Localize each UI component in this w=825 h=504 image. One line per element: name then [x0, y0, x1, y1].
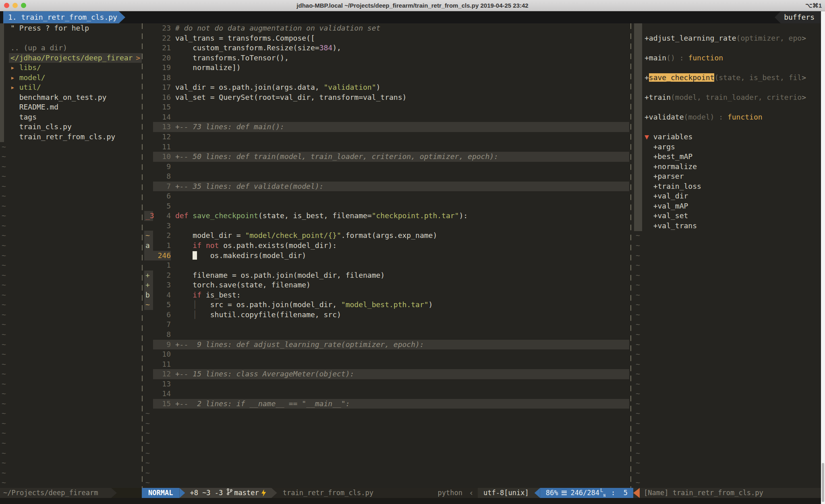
editor-line[interactable]: _34def save_checkpoint(state, is_best, f…: [144, 211, 629, 221]
editor-line[interactable]: 6: [144, 191, 629, 201]
tree-item-file[interactable]: benchmark_on_test.py: [0, 93, 142, 103]
tag-row[interactable]: +validate(model) : function: [633, 112, 821, 122]
folded-region[interactable]: 9+-- 9 lines: def adjust_learning_rate(o…: [144, 340, 629, 350]
empty-line: ~: [633, 330, 821, 340]
editor-line[interactable]: ~5 │ src = os.path.join(model_dir, "mode…: [144, 300, 629, 310]
empty-line: ~: [633, 399, 821, 409]
line-content: [171, 73, 629, 83]
editor-line[interactable]: 13: [144, 379, 629, 389]
editor-line[interactable]: 19 normalize]): [144, 63, 629, 73]
folded-region[interactable]: 13+-- 73 lines: def main():: [144, 122, 629, 132]
editor-line[interactable]: 5: [144, 201, 629, 211]
editor-line[interactable]: 22val_trans = transforms.Compose([: [144, 33, 629, 43]
tab-active[interactable]: 1. train_retr_from_cls.py: [3, 11, 125, 23]
tag-row[interactable]: ▼ variables: [633, 132, 821, 142]
line-content: model_dir = "model/check_point/{}".forma…: [171, 231, 629, 241]
vertical-split-right[interactable]: [630, 23, 631, 488]
tag-row[interactable]: +main() : function: [633, 53, 821, 63]
folded-region[interactable]: 12+-- 15 lines: class AverageMeter(objec…: [144, 369, 629, 379]
editor-line[interactable]: 12: [144, 132, 629, 142]
editor-line[interactable]: 6 │ shutil.copyfile(filename, src): [144, 310, 629, 320]
editor-line[interactable]: a1 if not os.path.exists(model_dir):: [144, 241, 629, 251]
editor-line[interactable]: 18: [144, 73, 629, 83]
editor-line[interactable]: b4 if is_best:: [144, 290, 629, 300]
editor-line[interactable]: 8: [144, 171, 629, 182]
empty-line: ~: [0, 162, 142, 172]
tree-root-dir[interactable]: </jdhao/Projects/deep_firear>: [9, 53, 142, 63]
folded-region[interactable]: 7+-- 35 lines: def validate(model):: [144, 182, 629, 192]
line-content: [171, 112, 629, 122]
tag-row[interactable]: +train(model, train_loader, criterio>: [633, 93, 821, 103]
editor-line[interactable]: 1: [144, 260, 629, 271]
empty-line: ~: [144, 448, 629, 459]
scrollbar-track[interactable]: [821, 11, 825, 504]
tag-row[interactable]: +val_mAP: [633, 201, 821, 211]
tree-item-dir[interactable]: ▸ model/: [0, 73, 142, 83]
line-number: 14: [153, 112, 171, 122]
tag-row[interactable]: +train_loss: [633, 182, 821, 192]
empty-line: ~: [633, 478, 821, 488]
editor-line[interactable]: 23# do not do data augmentation on valid…: [144, 23, 629, 33]
tree-item-dir[interactable]: ▸ libs/: [0, 63, 142, 73]
editor-line[interactable]: 21 custom_transform.Resize(size=384),: [144, 43, 629, 53]
vertical-split-left[interactable]: [142, 23, 143, 488]
tree-item-file[interactable]: train_cls.py: [0, 122, 142, 132]
editor-line[interactable]: 14: [144, 389, 629, 399]
editor-line[interactable]: 8: [144, 330, 629, 340]
sign-column: [144, 221, 153, 231]
editor-line[interactable]: 14: [144, 112, 629, 122]
chevron-right-icon: ▸: [10, 63, 19, 72]
tag-row[interactable]: +val_dir: [633, 191, 821, 201]
editor-line[interactable]: 16val_set = QuerySet(root=val_dir, trans…: [144, 93, 629, 103]
tag-row[interactable]: +args: [633, 142, 821, 152]
empty-line: ~: [633, 409, 821, 419]
empty-line: ~: [633, 359, 821, 370]
folded-region[interactable]: 15+-- 2 lines: if __name__ == "__main__"…: [144, 399, 629, 409]
blank-line: [633, 63, 821, 73]
scroll-percent: 86%: [546, 488, 558, 498]
sign-column: [144, 389, 153, 399]
editor-line[interactable]: 3: [144, 221, 629, 231]
editor-line[interactable]: 20 transforms.ToTensor(),: [144, 53, 629, 63]
tag-row[interactable]: +val_trans: [633, 221, 821, 231]
editor-line[interactable]: ~2 model_dir = "model/check_point/{}".fo…: [144, 231, 629, 241]
line-number: 4: [153, 211, 171, 221]
empty-line: ~: [0, 182, 142, 192]
editor-pane[interactable]: 23# do not do data augmentation on valid…: [144, 23, 629, 488]
folded-region[interactable]: 10+-- 50 lines: def train(model, train_l…: [144, 152, 629, 162]
line-number: 19: [153, 63, 171, 73]
line-content: # do not do data augmentation on validat…: [171, 23, 629, 33]
vim-command-line[interactable]: [0, 498, 821, 504]
editor-line[interactable]: +3 torch.save(state, filename): [144, 280, 629, 290]
empty-line: ~: [0, 201, 142, 211]
sign-column: [144, 369, 153, 379]
fold-text: +-- 50 lines: def train(model, train_loa…: [175, 152, 498, 161]
lines-icon: [562, 491, 567, 495]
tree-item-file[interactable]: README.md: [0, 102, 142, 112]
truncation-icon: >: [136, 53, 140, 63]
tree-item-file[interactable]: train_retr_from_cls.py: [0, 132, 142, 142]
line-number: 22: [153, 33, 171, 43]
editor-line[interactable]: +2 filename = os.path.join(model_dir, fi…: [144, 271, 629, 281]
editor-line[interactable]: 15: [144, 102, 629, 112]
tag-row[interactable]: +adjust_learning_rate(optimizer, epo>: [633, 33, 821, 43]
tag-row[interactable]: +parser: [633, 171, 821, 182]
editor-line[interactable]: 7: [144, 320, 629, 330]
encoding-indicator: utf-8[unix]: [478, 488, 535, 498]
sign-column: [144, 83, 153, 93]
tag-row[interactable]: +normalize: [633, 162, 821, 172]
editor-line[interactable]: 246 os.makedirs(model_dir): [144, 251, 629, 261]
tag-row[interactable]: +best_mAP: [633, 152, 821, 162]
tag-row[interactable]: +save_checkpoint(state, is_best, fil>: [633, 73, 821, 83]
sign-column: [144, 399, 153, 409]
editor-line[interactable]: 9: [144, 162, 629, 172]
editor-line[interactable]: 17val_dir = os.path.join(args.data, "val…: [144, 83, 629, 93]
tree-item-dir[interactable]: ▸ util/: [0, 83, 142, 93]
tree-item-file[interactable]: tags: [0, 112, 142, 122]
sign-column: a: [144, 241, 153, 251]
editor-line[interactable]: 10: [144, 349, 629, 359]
editor-line[interactable]: 11: [144, 142, 629, 152]
scrollbar-thumb[interactable]: [822, 463, 824, 502]
editor-line[interactable]: 11: [144, 359, 629, 370]
tag-row[interactable]: +val_set: [633, 211, 821, 221]
